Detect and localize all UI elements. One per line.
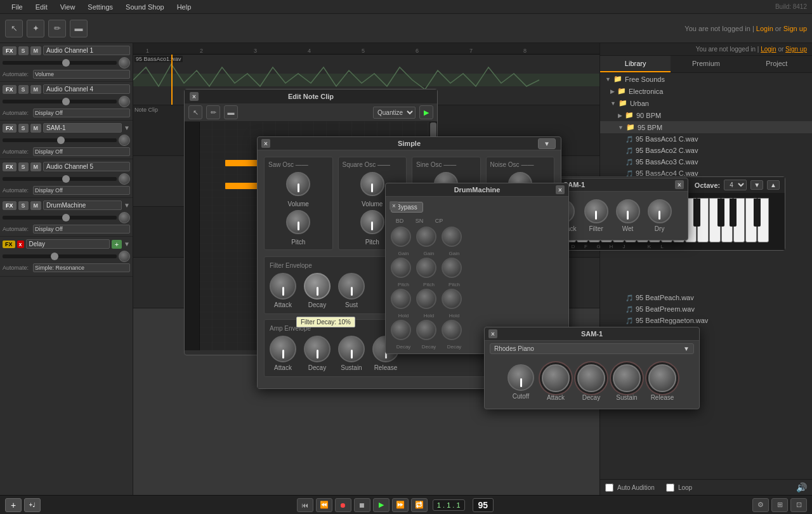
- add-instrument-btn[interactable]: +♩: [24, 498, 41, 512]
- sam1-sustain-knob[interactable]: [613, 364, 641, 392]
- quantize-select[interactable]: Quantize: [373, 107, 416, 119]
- amp-attack-knob[interactable]: [270, 336, 296, 362]
- tree-file-2[interactable]: 🎵 95 BassAco2 C.wav: [600, 145, 812, 156]
- ch4-fader[interactable]: [3, 100, 117, 103]
- note-edit-close[interactable]: ×: [190, 92, 199, 101]
- drum-sn-decay[interactable]: [416, 320, 436, 340]
- fx-x-btn[interactable]: x: [17, 241, 24, 248]
- loop-checkbox[interactable]: [666, 484, 674, 492]
- ch4-s-btn[interactable]: S: [18, 85, 29, 94]
- library-login-link[interactable]: Login: [761, 46, 776, 53]
- sam1-fx-btn[interactable]: FX: [3, 124, 16, 133]
- drum-automate-select[interactable]: Display OffVolume: [33, 225, 130, 234]
- fx-add-btn[interactable]: +: [112, 240, 122, 249]
- ch5-automate-select[interactable]: Display OffVolume: [33, 186, 130, 195]
- fx-automate-select[interactable]: Simple: ResonanceDisplay Off: [33, 263, 130, 272]
- filter-attack-knob[interactable]: [270, 273, 296, 300]
- transport-settings[interactable]: ⚙: [752, 498, 769, 512]
- drum-inner-close[interactable]: ×: [390, 201, 398, 210]
- fx-arrow[interactable]: ▼: [124, 241, 130, 247]
- menu-soundshop[interactable]: Sound Shop: [119, 0, 171, 14]
- ch5-name[interactable]: Audio Channel 5: [43, 162, 130, 171]
- sam1-name[interactable]: SAM-1: [43, 123, 122, 133]
- ch5-vol-knob[interactable]: [119, 173, 130, 185]
- drum-fx-btn[interactable]: FX: [3, 201, 16, 210]
- saw-pitch-knob[interactable]: [286, 210, 310, 234]
- drum-cp-gain[interactable]: [442, 227, 462, 247]
- fx-delay-name[interactable]: Delay: [26, 239, 110, 249]
- tab-project[interactable]: Project: [742, 56, 812, 72]
- drum-vol-knob[interactable]: [119, 212, 130, 223]
- amp-decay-knob[interactable]: [304, 336, 331, 362]
- filter-knob-delay[interactable]: [584, 199, 608, 223]
- menu-settings[interactable]: Settings: [81, 0, 119, 14]
- ch5-fx-btn[interactable]: FX: [3, 162, 16, 171]
- filter-decay-knob[interactable]: [304, 273, 331, 300]
- drum-m-btn[interactable]: M: [30, 201, 42, 210]
- auto-audition-checkbox[interactable]: [605, 484, 613, 492]
- key-c3[interactable]: [709, 198, 721, 242]
- drum-sn-gain[interactable]: [416, 227, 436, 247]
- sam1-cutoff-knob[interactable]: [508, 364, 534, 391]
- menu-file[interactable]: File: [5, 0, 29, 14]
- fx-yellow-btn[interactable]: FX: [3, 241, 15, 248]
- sam1-s-btn[interactable]: S: [18, 124, 29, 133]
- drum-titlebar[interactable]: × DrumMachine: [386, 183, 568, 197]
- ch4-name[interactable]: Audio Channel 4: [43, 84, 130, 94]
- ch5-s-btn[interactable]: S: [18, 162, 29, 171]
- tree-free-sounds[interactable]: ▼ 📁 Free Sounds: [600, 73, 812, 85]
- fx-vol-knob[interactable]: [119, 251, 130, 262]
- saw-vol-knob[interactable]: [286, 172, 310, 196]
- transport-grid[interactable]: ⊞: [771, 498, 788, 512]
- transport-rewind-start[interactable]: ⏮: [297, 498, 313, 512]
- square-vol-knob[interactable]: [360, 172, 384, 196]
- sam1-attack-knob[interactable]: [542, 364, 570, 392]
- library-signup-link[interactable]: Sign up: [785, 46, 807, 53]
- amp-sustain-knob[interactable]: [338, 336, 365, 362]
- ch1-m-btn[interactable]: M: [30, 46, 42, 55]
- sam1-close[interactable]: ×: [488, 329, 497, 338]
- filter-sustain-knob[interactable]: [338, 273, 365, 300]
- ch1-name[interactable]: Audio Channel 1: [43, 46, 130, 55]
- tree-95bpm[interactable]: ▼ 📁 95 BPM: [600, 121, 812, 133]
- sam1-decay-knob[interactable]: [577, 364, 605, 392]
- tree-file-3[interactable]: 🎵 95 BassAco3 C.wav: [600, 156, 812, 168]
- ch1-s-btn[interactable]: S: [18, 46, 29, 55]
- transport-forward[interactable]: ⏩: [392, 498, 409, 512]
- sam1-release-knob[interactable]: [648, 364, 676, 392]
- drum-cp-pitch[interactable]: [442, 258, 462, 278]
- transport-stop[interactable]: ⏹: [354, 498, 370, 512]
- drum-fader[interactable]: [3, 216, 117, 220]
- ch1-fader[interactable]: [3, 61, 117, 65]
- transport-extra[interactable]: ⊡: [790, 498, 807, 512]
- note-play-btn[interactable]: ▶: [419, 105, 433, 119]
- tool-arrow[interactable]: ↖: [5, 20, 23, 37]
- transport-record[interactable]: ⏺: [335, 498, 351, 512]
- drum-cp-hold[interactable]: [442, 289, 462, 309]
- delay-close[interactable]: ×: [675, 180, 684, 189]
- tree-90bpm[interactable]: ▶ 📁 90 BPM: [600, 109, 812, 121]
- tree-beat-preem[interactable]: 🎵 95 BeatPreem.wav: [600, 303, 812, 315]
- ch1-fx-btn[interactable]: FX: [3, 46, 16, 55]
- tree-file-1[interactable]: 🎵 95 BassAco1 C.wav: [600, 133, 812, 145]
- note-edit-titlebar[interactable]: × Edit Note Clip: [185, 89, 437, 103]
- sam1-m-btn[interactable]: M: [30, 124, 42, 133]
- drum-sn-pitch[interactable]: [416, 258, 436, 278]
- simple-synth-close[interactable]: ×: [261, 139, 270, 148]
- note-tool-pencil[interactable]: ✏: [206, 105, 220, 119]
- tree-beat-peach[interactable]: 🎵 95 BeatPeach.wav: [600, 292, 812, 303]
- drum-sn-hold[interactable]: [416, 289, 436, 309]
- transport-play[interactable]: ▶: [373, 498, 390, 512]
- dry-knob[interactable]: [648, 199, 672, 223]
- sam1-fader[interactable]: [3, 138, 117, 142]
- ch5-m-btn[interactable]: M: [30, 162, 42, 171]
- ch1-automate-select[interactable]: VolumeDisplay Off: [33, 70, 130, 79]
- ch4-vol-knob[interactable]: [119, 96, 130, 107]
- wet-knob[interactable]: [616, 199, 640, 223]
- drum-bd-hold[interactable]: [391, 289, 411, 309]
- menu-edit[interactable]: Edit: [29, 0, 54, 14]
- drum-bd-gain[interactable]: [391, 227, 411, 247]
- tool-cursor[interactable]: ✦: [27, 20, 44, 37]
- sam1-vol-knob[interactable]: [119, 135, 130, 146]
- sam1-preset-selector[interactable]: Rhodes Piano ▼: [490, 343, 694, 354]
